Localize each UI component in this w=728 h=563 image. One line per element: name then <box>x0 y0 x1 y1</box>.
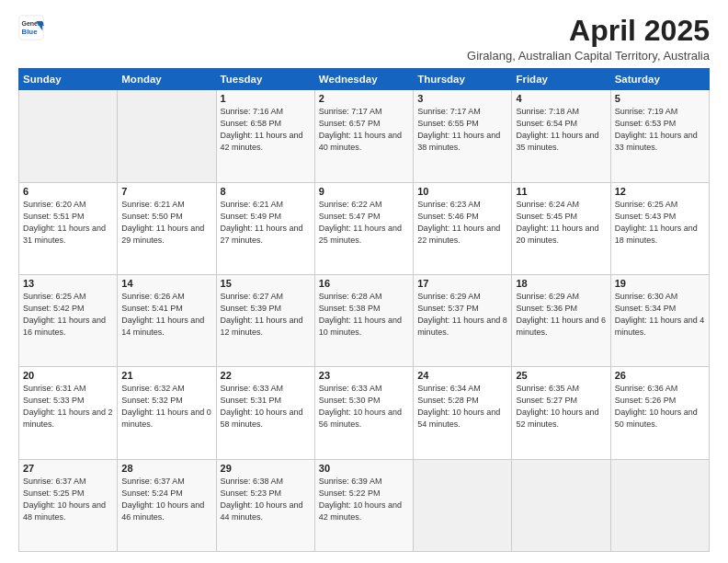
table-row <box>414 459 512 551</box>
day-info: Sunrise: 6:25 AM Sunset: 5:42 PM Dayligh… <box>23 291 113 339</box>
day-number: 10 <box>417 186 507 197</box>
calendar-week-row: 20Sunrise: 6:31 AM Sunset: 5:33 PM Dayli… <box>19 367 710 459</box>
day-info: Sunrise: 6:27 AM Sunset: 5:39 PM Dayligh… <box>221 291 311 339</box>
col-tuesday: Tuesday <box>216 69 314 90</box>
day-number: 30 <box>319 463 409 474</box>
table-row: 28Sunrise: 6:37 AM Sunset: 5:24 PM Dayli… <box>118 459 216 551</box>
month-title: April 2025 <box>467 15 710 47</box>
table-row: 25Sunrise: 6:35 AM Sunset: 5:27 PM Dayli… <box>512 367 610 459</box>
day-info: Sunrise: 6:28 AM Sunset: 5:38 PM Dayligh… <box>319 291 409 339</box>
day-number: 24 <box>417 370 507 381</box>
subtitle: Giralang, Australian Capital Territory, … <box>467 49 710 63</box>
day-info: Sunrise: 6:21 AM Sunset: 5:50 PM Dayligh… <box>121 199 211 247</box>
calendar-header-row: Sunday Monday Tuesday Wednesday Thursday… <box>19 69 710 90</box>
day-info: Sunrise: 6:20 AM Sunset: 5:51 PM Dayligh… <box>23 199 113 247</box>
day-number: 3 <box>417 93 507 104</box>
table-row: 29Sunrise: 6:38 AM Sunset: 5:23 PM Dayli… <box>216 459 314 551</box>
day-number: 14 <box>121 278 211 289</box>
day-number: 16 <box>319 278 409 289</box>
day-number: 9 <box>319 186 409 197</box>
day-info: Sunrise: 6:21 AM Sunset: 5:49 PM Dayligh… <box>221 199 311 247</box>
day-number: 17 <box>417 278 507 289</box>
day-info: Sunrise: 7:19 AM Sunset: 6:53 PM Dayligh… <box>615 106 705 154</box>
day-info: Sunrise: 6:29 AM Sunset: 5:37 PM Dayligh… <box>417 291 507 339</box>
day-number: 20 <box>23 370 113 381</box>
table-row: 30Sunrise: 6:39 AM Sunset: 5:22 PM Dayli… <box>314 459 413 551</box>
col-wednesday: Wednesday <box>314 69 413 90</box>
day-number: 4 <box>516 93 606 104</box>
day-number: 21 <box>121 370 211 381</box>
svg-text:Blue: Blue <box>22 28 39 36</box>
day-number: 22 <box>221 370 311 381</box>
table-row <box>19 90 118 182</box>
table-row: 5Sunrise: 7:19 AM Sunset: 6:53 PM Daylig… <box>610 90 709 182</box>
table-row: 1Sunrise: 7:16 AM Sunset: 6:58 PM Daylig… <box>216 90 314 182</box>
table-row: 10Sunrise: 6:23 AM Sunset: 5:46 PM Dayli… <box>414 182 512 274</box>
table-row: 23Sunrise: 6:33 AM Sunset: 5:30 PM Dayli… <box>314 367 413 459</box>
day-info: Sunrise: 7:17 AM Sunset: 6:57 PM Dayligh… <box>319 106 409 154</box>
table-row: 22Sunrise: 6:33 AM Sunset: 5:31 PM Dayli… <box>216 367 314 459</box>
col-saturday: Saturday <box>610 69 709 90</box>
day-number: 23 <box>319 370 409 381</box>
table-row: 13Sunrise: 6:25 AM Sunset: 5:42 PM Dayli… <box>19 274 118 366</box>
day-number: 27 <box>23 463 113 474</box>
day-info: Sunrise: 6:29 AM Sunset: 5:36 PM Dayligh… <box>516 291 606 339</box>
day-info: Sunrise: 6:37 AM Sunset: 5:24 PM Dayligh… <box>121 476 211 523</box>
table-row: 16Sunrise: 6:28 AM Sunset: 5:38 PM Dayli… <box>314 274 413 366</box>
day-info: Sunrise: 6:26 AM Sunset: 5:41 PM Dayligh… <box>121 291 211 339</box>
day-number: 8 <box>221 186 311 197</box>
table-row: 21Sunrise: 6:32 AM Sunset: 5:32 PM Dayli… <box>118 367 216 459</box>
table-row: 8Sunrise: 6:21 AM Sunset: 5:49 PM Daylig… <box>216 182 314 274</box>
day-number: 19 <box>615 278 705 289</box>
header: General Blue April 2025 Giralang, Austra… <box>18 15 710 63</box>
day-number: 5 <box>615 93 705 104</box>
day-number: 12 <box>615 186 705 197</box>
table-row: 24Sunrise: 6:34 AM Sunset: 5:28 PM Dayli… <box>414 367 512 459</box>
calendar-week-row: 27Sunrise: 6:37 AM Sunset: 5:25 PM Dayli… <box>19 459 710 551</box>
page: General Blue April 2025 Giralang, Austra… <box>0 0 728 563</box>
day-number: 11 <box>516 186 606 197</box>
calendar-table: Sunday Monday Tuesday Wednesday Thursday… <box>18 68 710 552</box>
table-row: 26Sunrise: 6:36 AM Sunset: 5:26 PM Dayli… <box>610 367 709 459</box>
col-thursday: Thursday <box>414 69 512 90</box>
day-number: 26 <box>615 370 705 381</box>
table-row: 2Sunrise: 7:17 AM Sunset: 6:57 PM Daylig… <box>314 90 413 182</box>
table-row: 15Sunrise: 6:27 AM Sunset: 5:39 PM Dayli… <box>216 274 314 366</box>
logo-icon: General Blue <box>18 15 44 40</box>
logo: General Blue <box>18 15 44 40</box>
table-row: 19Sunrise: 6:30 AM Sunset: 5:34 PM Dayli… <box>610 274 709 366</box>
day-info: Sunrise: 6:36 AM Sunset: 5:26 PM Dayligh… <box>615 383 705 431</box>
day-info: Sunrise: 6:33 AM Sunset: 5:30 PM Dayligh… <box>319 383 409 431</box>
table-row: 3Sunrise: 7:17 AM Sunset: 6:55 PM Daylig… <box>414 90 512 182</box>
day-info: Sunrise: 6:32 AM Sunset: 5:32 PM Dayligh… <box>121 383 211 431</box>
table-row: 27Sunrise: 6:37 AM Sunset: 5:25 PM Dayli… <box>19 459 118 551</box>
day-info: Sunrise: 6:25 AM Sunset: 5:43 PM Dayligh… <box>615 199 705 247</box>
day-number: 29 <box>221 463 311 474</box>
calendar-week-row: 1Sunrise: 7:16 AM Sunset: 6:58 PM Daylig… <box>19 90 710 182</box>
table-row: 12Sunrise: 6:25 AM Sunset: 5:43 PM Dayli… <box>610 182 709 274</box>
day-number: 28 <box>121 463 211 474</box>
table-row: 14Sunrise: 6:26 AM Sunset: 5:41 PM Dayli… <box>118 274 216 366</box>
day-info: Sunrise: 6:38 AM Sunset: 5:23 PM Dayligh… <box>221 476 311 523</box>
table-row: 7Sunrise: 6:21 AM Sunset: 5:50 PM Daylig… <box>118 182 216 274</box>
day-info: Sunrise: 6:22 AM Sunset: 5:47 PM Dayligh… <box>319 199 409 247</box>
calendar-body: 1Sunrise: 7:16 AM Sunset: 6:58 PM Daylig… <box>19 90 710 552</box>
table-row <box>610 459 709 551</box>
table-row: 20Sunrise: 6:31 AM Sunset: 5:33 PM Dayli… <box>19 367 118 459</box>
table-row: 4Sunrise: 7:18 AM Sunset: 6:54 PM Daylig… <box>512 90 610 182</box>
day-number: 2 <box>319 93 409 104</box>
col-sunday: Sunday <box>19 69 118 90</box>
table-row: 11Sunrise: 6:24 AM Sunset: 5:45 PM Dayli… <box>512 182 610 274</box>
day-info: Sunrise: 6:23 AM Sunset: 5:46 PM Dayligh… <box>417 199 507 247</box>
calendar-week-row: 6Sunrise: 6:20 AM Sunset: 5:51 PM Daylig… <box>19 182 710 274</box>
table-row: 18Sunrise: 6:29 AM Sunset: 5:36 PM Dayli… <box>512 274 610 366</box>
title-block: April 2025 Giralang, Australian Capital … <box>467 15 710 63</box>
table-row: 17Sunrise: 6:29 AM Sunset: 5:37 PM Dayli… <box>414 274 512 366</box>
day-number: 13 <box>23 278 113 289</box>
col-monday: Monday <box>118 69 216 90</box>
day-number: 15 <box>221 278 311 289</box>
table-row <box>118 90 216 182</box>
day-number: 6 <box>23 186 113 197</box>
table-row <box>512 459 610 551</box>
day-number: 1 <box>221 93 311 104</box>
